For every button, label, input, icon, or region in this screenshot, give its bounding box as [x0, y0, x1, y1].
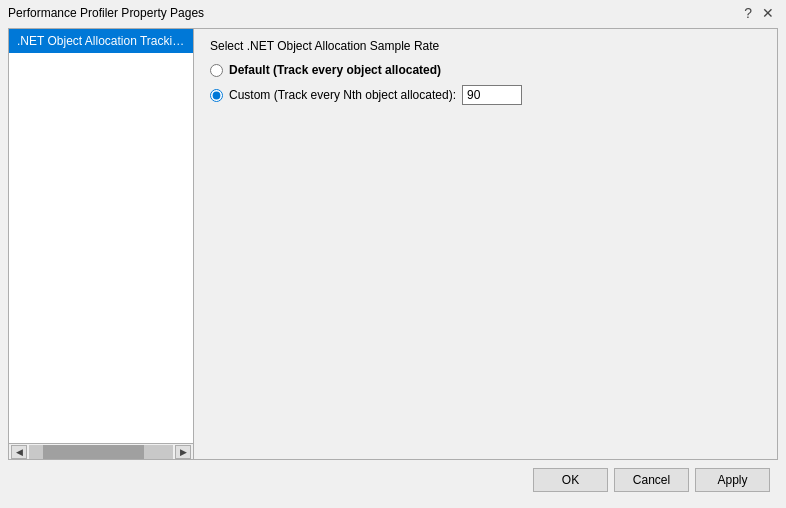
scroll-right-arrow[interactable]: ▶ — [175, 445, 191, 459]
radio-custom-label[interactable]: Custom (Track every Nth object allocated… — [229, 88, 456, 102]
cancel-button[interactable]: Cancel — [614, 468, 689, 492]
custom-value-input[interactable] — [462, 85, 522, 105]
ok-button[interactable]: OK — [533, 468, 608, 492]
scroll-track[interactable] — [29, 445, 173, 459]
apply-button[interactable]: Apply — [695, 468, 770, 492]
dialog-title: Performance Profiler Property Pages — [8, 6, 204, 20]
scroll-left-arrow[interactable]: ◀ — [11, 445, 27, 459]
close-button[interactable]: ✕ — [758, 6, 778, 20]
radio-default-label[interactable]: Default (Track every object allocated) — [229, 63, 441, 77]
help-button[interactable]: ? — [740, 6, 756, 20]
bottom-bar: OK Cancel Apply — [8, 460, 778, 500]
section-title: Select .NET Object Allocation Sample Rat… — [210, 39, 761, 53]
left-panel-scrollbar: ◀ ▶ — [9, 443, 193, 459]
tree-item-net-object-allocation[interactable]: .NET Object Allocation Tracking — [9, 29, 193, 53]
radio-row-custom: Custom (Track every Nth object allocated… — [210, 85, 761, 105]
right-panel: Select .NET Object Allocation Sample Rat… — [194, 29, 777, 459]
radio-row-default: Default (Track every object allocated) — [210, 63, 761, 77]
scroll-thumb — [43, 445, 144, 459]
left-panel: .NET Object Allocation Tracking ◀ ▶ — [9, 29, 194, 459]
radio-default[interactable] — [210, 64, 223, 77]
radio-custom[interactable] — [210, 89, 223, 102]
main-content: .NET Object Allocation Tracking ◀ ▶ Sele… — [0, 24, 786, 508]
radio-group: Default (Track every object allocated) C… — [210, 63, 761, 105]
left-panel-content: .NET Object Allocation Tracking — [9, 29, 193, 443]
title-bar: Performance Profiler Property Pages ? ✕ — [0, 0, 786, 24]
dialog-body: .NET Object Allocation Tracking ◀ ▶ Sele… — [8, 28, 778, 460]
title-bar-controls: ? ✕ — [740, 6, 778, 20]
